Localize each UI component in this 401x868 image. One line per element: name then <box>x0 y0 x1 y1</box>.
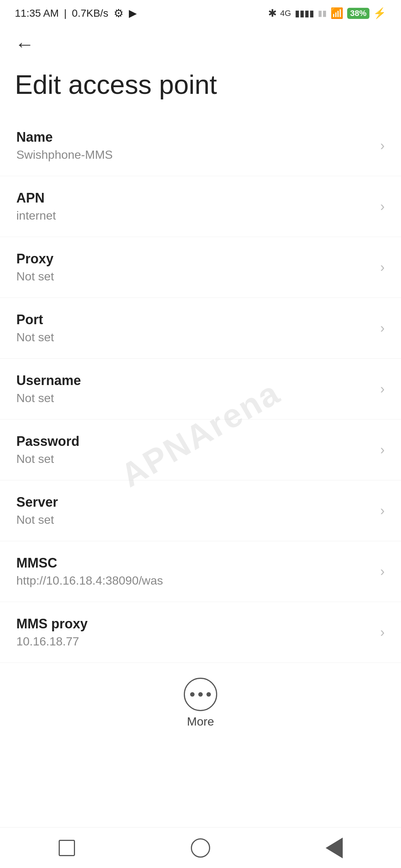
settings-item-port[interactable]: Port Not set › <box>0 298 401 359</box>
settings-item-content-mms-proxy: MMS proxy 10.16.18.77 <box>16 616 373 648</box>
settings-item-content-port: Port Not set <box>16 312 373 344</box>
time-display: 11:35 AM <box>15 7 59 19</box>
settings-item-content-proxy: Proxy Not set <box>16 251 373 283</box>
charging-icon: ⚡ <box>373 7 386 19</box>
chevron-right-icon-username: › <box>380 381 385 397</box>
settings-value-name: Swishphone-MMS <box>16 148 373 162</box>
settings-label-proxy: Proxy <box>16 251 373 267</box>
settings-value-username: Not set <box>16 391 373 405</box>
settings-item-content-username: Username Not set <box>16 373 373 405</box>
battery-icon: 38% <box>347 8 369 19</box>
settings-item-server[interactable]: Server Not set › <box>0 480 401 541</box>
more-dots-icon <box>190 692 211 697</box>
speed-display: | <box>64 7 66 19</box>
settings-item-content-server: Server Not set <box>16 494 373 527</box>
settings-value-mmsc: http://10.16.18.4:38090/was <box>16 574 373 588</box>
more-section: More <box>0 663 401 740</box>
settings-item-content-mmsc: MMSC http://10.16.18.4:38090/was <box>16 555 373 588</box>
back-arrow-icon: ← <box>15 33 34 55</box>
settings-item-content-apn: APN internet <box>16 190 373 223</box>
settings-value-apn: internet <box>16 209 373 223</box>
more-label: More <box>187 715 214 729</box>
chevron-right-icon-password: › <box>380 442 385 458</box>
wifi-icon: 📶 <box>330 7 343 19</box>
settings-value-mms-proxy: 10.16.18.77 <box>16 635 373 648</box>
settings-item-name[interactable]: Name Swishphone-MMS › <box>0 115 401 176</box>
status-right: ✱ 4G ▮▮▮▮ ▮▮ 📶 38% ⚡ <box>268 7 386 19</box>
settings-item-username[interactable]: Username Not set › <box>0 359 401 420</box>
chevron-right-icon-port: › <box>380 320 385 336</box>
signal-bars-2-icon: ▮▮ <box>318 9 327 18</box>
settings-item-content-password: Password Not set <box>16 434 373 466</box>
signal-4g-icon: 4G <box>280 9 291 18</box>
settings-item-mms-proxy[interactable]: MMS proxy 10.16.18.77 › <box>0 602 401 663</box>
settings-item-mmsc[interactable]: MMSC http://10.16.18.4:38090/was › <box>0 541 401 602</box>
settings-item-proxy[interactable]: Proxy Not set › <box>0 237 401 298</box>
settings-label-mmsc: MMSC <box>16 555 373 571</box>
settings-value-password: Not set <box>16 452 373 466</box>
settings-item-apn[interactable]: APN internet › <box>0 176 401 237</box>
settings-value-proxy: Not set <box>16 270 373 283</box>
page-title: Edit access point <box>0 57 401 115</box>
settings-value-port: Not set <box>16 331 373 344</box>
network-speed: 0.7KB/s <box>72 7 108 19</box>
nav-back-button[interactable] <box>319 833 349 863</box>
nav-bar <box>0 827 401 868</box>
more-circle-icon <box>184 678 217 711</box>
status-left: 11:35 AM | 0.7KB/s ⚙ ▶ <box>15 7 137 20</box>
home-icon <box>191 838 210 858</box>
settings-label-apn: APN <box>16 190 373 206</box>
settings-label-port: Port <box>16 312 373 328</box>
chevron-right-icon-server: › <box>380 503 385 519</box>
bluetooth-icon: ✱ <box>268 7 277 19</box>
chevron-right-icon-mms-proxy: › <box>380 625 385 640</box>
chevron-right-icon-proxy: › <box>380 260 385 275</box>
back-button[interactable]: ← <box>0 23 401 57</box>
chevron-right-icon-apn: › <box>380 199 385 214</box>
settings-list: Name Swishphone-MMS › APN internet › Pro… <box>0 115 401 663</box>
more-button[interactable]: More <box>184 678 217 729</box>
recents-icon <box>59 840 75 856</box>
settings-label-mms-proxy: MMS proxy <box>16 616 373 632</box>
chevron-right-icon-name: › <box>380 138 385 154</box>
chevron-right-icon-mmsc: › <box>380 564 385 579</box>
nav-home-button[interactable] <box>186 833 215 863</box>
video-icon: ▶ <box>129 7 137 19</box>
settings-label-server: Server <box>16 494 373 510</box>
settings-icon: ⚙ <box>114 7 124 20</box>
settings-label-password: Password <box>16 434 373 449</box>
nav-recents-button[interactable] <box>52 833 82 863</box>
settings-item-password[interactable]: Password Not set › <box>0 420 401 480</box>
settings-label-name: Name <box>16 129 373 145</box>
settings-item-content-name: Name Swishphone-MMS <box>16 129 373 162</box>
settings-value-server: Not set <box>16 513 373 527</box>
settings-label-username: Username <box>16 373 373 388</box>
status-bar: 11:35 AM | 0.7KB/s ⚙ ▶ ✱ 4G ▮▮▮▮ ▮▮ 📶 38… <box>0 0 401 23</box>
back-nav-icon <box>326 838 343 858</box>
signal-bars-icon: ▮▮▮▮ <box>295 8 314 19</box>
